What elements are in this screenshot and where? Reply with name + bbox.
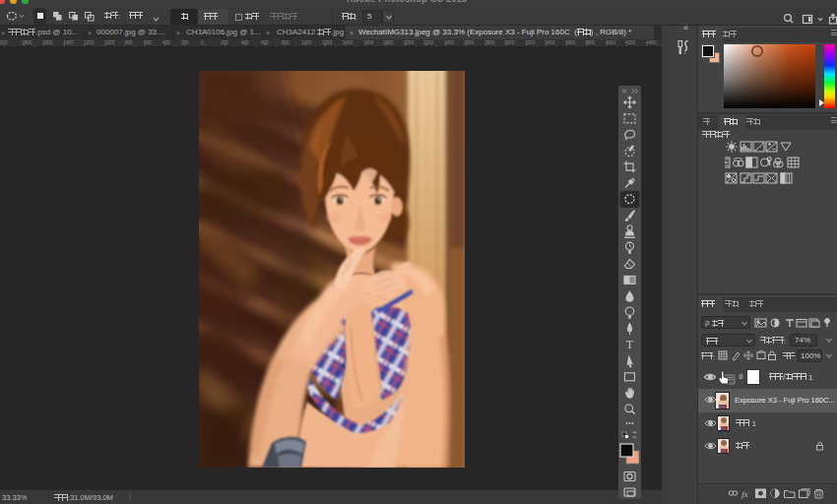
- svg-text:1000: 1000: [301, 40, 312, 45]
- svg-text:fx: fx: [741, 489, 748, 499]
- svg-text:2600: 2600: [464, 40, 475, 45]
- svg-text:0: 0: [201, 40, 204, 45]
- svg-text:1200: 1200: [322, 40, 333, 45]
- svg-text:2400: 2400: [444, 40, 455, 45]
- svg-text:2000: 2000: [0, 40, 8, 45]
- svg-text:1400: 1400: [343, 40, 354, 45]
- svg-text:4400: 4400: [646, 40, 657, 45]
- svg-text:4000: 4000: [606, 40, 616, 45]
- svg-text:1600: 1600: [42, 40, 53, 45]
- svg-text:3400: 3400: [545, 40, 555, 45]
- svg-text:400: 400: [162, 40, 170, 45]
- svg-text:T: T: [626, 338, 634, 351]
- svg-text:1000: 1000: [104, 40, 115, 45]
- svg-text:3000: 3000: [504, 40, 515, 45]
- svg-text:1800: 1800: [22, 40, 32, 45]
- svg-text:800: 800: [125, 40, 133, 45]
- svg-text:1600: 1600: [363, 40, 374, 45]
- svg-text:2000: 2000: [404, 40, 415, 45]
- svg-text:1200: 1200: [84, 40, 95, 45]
- svg-text:200: 200: [221, 40, 228, 45]
- svg-text:1800: 1800: [383, 40, 394, 45]
- svg-text:2200: 2200: [423, 40, 434, 45]
